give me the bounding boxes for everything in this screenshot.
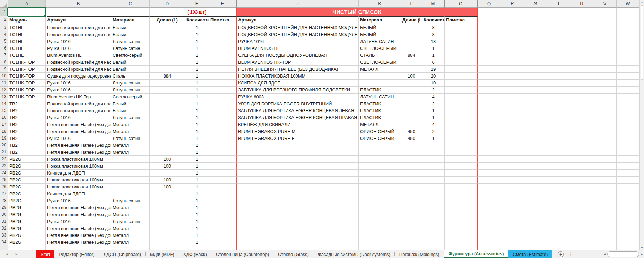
cell-E3[interactable]: 1 [185,24,209,31]
cell-R10[interactable] [501,73,524,80]
cell-W30[interactable] [617,211,639,218]
cell-M3[interactable]: 8 [422,24,445,31]
cell-R2[interactable] [501,16,524,24]
cell-K25[interactable] [359,177,401,184]
cell-K18[interactable]: ОРИОН СЕРЫЙ [359,128,401,135]
cell-S12[interactable] [524,87,547,94]
cell-F30[interactable] [209,211,237,218]
cell-S14[interactable] [524,100,547,107]
row-header-29[interactable]: 29 [0,204,8,211]
cell-K11[interactable] [359,80,401,87]
cell-W34[interactable] [617,239,639,246]
row-header-31[interactable]: 31 [0,218,8,225]
cell-R17[interactable] [501,121,524,128]
cell-U20[interactable] [570,142,593,149]
cell-R21[interactable] [501,149,524,156]
cell-L25[interactable] [401,177,422,184]
cell-D29[interactable] [150,204,185,211]
cell-K9[interactable]: МЕТАЛЛ [359,66,401,73]
cell-M34[interactable] [422,239,445,246]
cell-E12[interactable]: 1 [185,87,209,94]
cell-S32[interactable] [524,225,547,232]
cell-D35[interactable] [150,246,185,250]
sheet-tab-accessories[interactable]: Фурнитура (Accessories) [444,250,508,258]
cell-U5[interactable] [570,38,593,45]
cell-T24[interactable] [547,170,570,177]
cell-M11[interactable]: 10 [422,80,445,87]
cell-T25[interactable] [547,177,570,184]
cell-D14[interactable] [150,100,185,107]
cell-T27[interactable] [547,190,570,197]
cell-U34[interactable] [570,239,593,246]
row-header-6[interactable]: 6 [0,45,8,52]
cell-E25[interactable]: 1 [185,177,209,184]
cell-E34[interactable]: 1 [185,239,209,246]
cell-T34[interactable] [547,239,570,246]
cell-K32[interactable] [359,225,401,232]
cell-K4[interactable]: БЕЛЫЙ [359,31,401,38]
cell-W3[interactable] [617,24,639,31]
cell-Q18[interactable] [478,128,501,135]
cell-V5[interactable] [593,38,617,45]
cell-E31[interactable]: 1 [185,218,209,225]
cell-K29[interactable] [359,204,401,211]
cell-M13[interactable]: 4 [422,94,445,100]
cell-E15[interactable]: 1 [185,107,209,114]
cell-M16[interactable]: 1 [422,114,445,121]
cell-V7[interactable] [593,52,617,59]
row-header-21[interactable]: 21 [0,149,8,156]
header-cell-M2[interactable]: Количество [422,16,445,24]
cell-F1[interactable] [209,8,237,16]
row-header-5[interactable]: 5 [0,38,8,45]
cell-S34[interactable] [524,239,547,246]
cell-C5[interactable]: Латунь сатин [111,38,150,45]
cell-J29[interactable] [237,204,359,211]
cell-D6[interactable] [150,45,185,52]
sheet-tab-editor[interactable]: Редактор (Editor) [54,250,99,258]
cell-W20[interactable] [617,142,639,149]
cell-T10[interactable] [547,73,570,80]
cell-O5[interactable] [445,38,478,45]
cell-J16[interactable]: ЗАГЛУШКА ДЛЯ БОРТИКА EGGER КОНЦЕВАЯ ПРАВ… [237,114,359,121]
column-header-A[interactable]: A [8,0,46,8]
cell-C33[interactable]: Металл [111,232,150,239]
cell-R32[interactable] [501,225,524,232]
cell-M22[interactable] [422,156,445,163]
cell-W26[interactable] [617,184,639,190]
cell-R7[interactable] [501,52,524,59]
cell-V17[interactable] [593,121,617,128]
cell-V19[interactable] [593,135,617,142]
cell-B13[interactable]: Blum Aventos HK-Top [46,94,111,100]
cell-T32[interactable] [547,225,570,232]
cell-U4[interactable] [570,31,593,38]
cell-D21[interactable] [150,149,185,156]
cell-M8[interactable]: 6 [422,59,445,66]
cell-W1[interactable] [617,8,639,16]
cell-V22[interactable] [593,156,617,163]
cell-T12[interactable] [547,87,570,94]
cell-S10[interactable] [524,73,547,80]
cell-B8[interactable]: Подвесной кронштейн для настенных модуле… [46,59,111,66]
cell-S24[interactable] [524,170,547,177]
column-header-E[interactable]: E [185,0,209,8]
cell-M6[interactable]: 1 [422,45,445,52]
cell-S17[interactable] [524,121,547,128]
cell-K27[interactable] [359,190,401,197]
cell-J34[interactable] [237,239,359,246]
cell-Q16[interactable] [478,114,501,121]
cell-B18[interactable]: Петля внешняя Hafele (Без доводчика) [46,128,111,135]
cell-M21[interactable] [422,149,445,156]
cell-M7[interactable]: 1 [422,52,445,59]
cell-R20[interactable] [501,142,524,149]
cell-W19[interactable] [617,135,639,142]
cell-O13[interactable] [445,94,478,100]
cell-J26[interactable] [237,184,359,190]
cell-Q31[interactable] [478,218,501,225]
cell-D1[interactable] [150,8,185,16]
cell-U18[interactable] [570,128,593,135]
row-header-17[interactable]: 17 [0,121,8,128]
header-cell-F2[interactable]: Пометка [209,16,237,24]
cell-Q6[interactable] [478,45,501,52]
cell-B20[interactable]: Петля внешняя Hafele (Без доводчика) [46,142,111,149]
cell-O12[interactable] [445,87,478,94]
